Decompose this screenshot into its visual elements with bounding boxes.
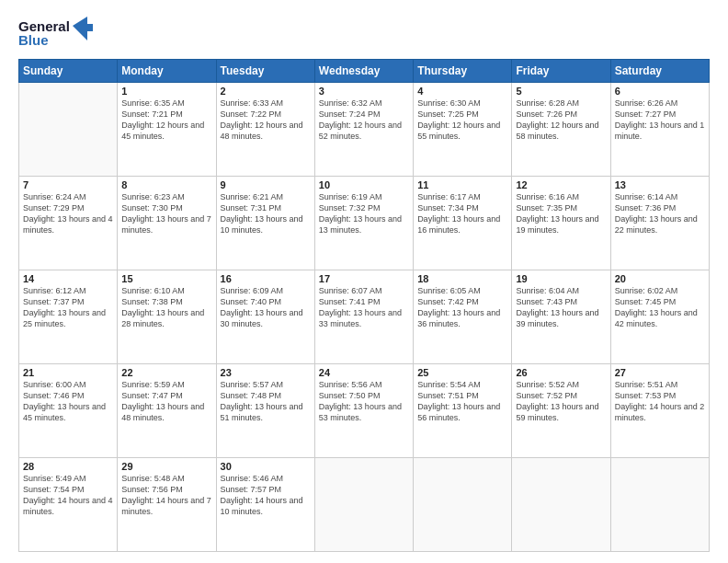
calendar-cell: 23Sunrise: 5:57 AMSunset: 7:48 PMDayligh… (216, 364, 314, 458)
day-info: Sunrise: 5:56 AMSunset: 7:50 PMDaylight:… (319, 379, 409, 424)
day-number: 14 (23, 273, 113, 284)
svg-marker-0 (73, 17, 93, 40)
calendar-header-wednesday: Wednesday (314, 60, 413, 83)
calendar-header-tuesday: Tuesday (216, 60, 314, 83)
day-number: 21 (23, 367, 113, 378)
day-info: Sunrise: 5:51 AMSunset: 7:53 PMDaylight:… (615, 379, 705, 424)
calendar-cell: 14Sunrise: 6:12 AMSunset: 7:37 PMDayligh… (19, 270, 118, 364)
calendar-header-friday: Friday (512, 60, 610, 83)
logo-arrow-icon (73, 17, 93, 50)
day-number: 23 (221, 367, 311, 378)
day-number: 25 (417, 367, 507, 378)
day-info: Sunrise: 5:48 AMSunset: 7:56 PMDaylight:… (121, 473, 211, 518)
day-number: 9 (221, 179, 311, 190)
day-number: 20 (615, 273, 705, 284)
calendar-cell: 13Sunrise: 6:14 AMSunset: 7:36 PMDayligh… (610, 177, 709, 270)
day-number: 29 (121, 461, 211, 472)
day-number: 24 (319, 367, 409, 378)
calendar-cell (19, 83, 118, 177)
calendar-cell (314, 458, 413, 552)
day-number: 28 (23, 461, 113, 472)
calendar-cell: 15Sunrise: 6:10 AMSunset: 7:38 PMDayligh… (118, 270, 216, 364)
calendar-cell (414, 458, 512, 552)
calendar-cell: 17Sunrise: 6:07 AMSunset: 7:41 PMDayligh… (314, 270, 413, 364)
calendar-cell: 25Sunrise: 5:54 AMSunset: 7:51 PMDayligh… (414, 364, 512, 458)
day-info: Sunrise: 5:49 AMSunset: 7:54 PMDaylight:… (23, 473, 113, 518)
calendar-cell: 12Sunrise: 6:16 AMSunset: 7:35 PMDayligh… (512, 177, 610, 270)
day-info: Sunrise: 6:21 AMSunset: 7:31 PMDaylight:… (221, 191, 311, 236)
day-number: 1 (121, 86, 211, 97)
calendar-cell: 11Sunrise: 6:17 AMSunset: 7:34 PMDayligh… (414, 177, 512, 270)
calendar-cell: 4Sunrise: 6:30 AMSunset: 7:25 PMDaylight… (414, 83, 512, 177)
day-number: 8 (121, 179, 211, 190)
calendar-cell: 24Sunrise: 5:56 AMSunset: 7:50 PMDayligh… (314, 364, 413, 458)
day-number: 6 (615, 86, 705, 97)
day-number: 13 (615, 179, 705, 190)
day-number: 22 (121, 367, 211, 378)
day-number: 4 (417, 86, 507, 97)
logo: General Blue (18, 17, 93, 50)
day-number: 19 (516, 273, 606, 284)
day-number: 27 (615, 367, 705, 378)
day-info: Sunrise: 5:52 AMSunset: 7:52 PMDaylight:… (516, 379, 606, 424)
day-info: Sunrise: 6:05 AMSunset: 7:42 PMDaylight:… (417, 285, 507, 330)
day-info: Sunrise: 6:17 AMSunset: 7:34 PMDaylight:… (417, 191, 507, 236)
calendar-cell: 8Sunrise: 6:23 AMSunset: 7:30 PMDaylight… (118, 177, 216, 270)
calendar-cell: 10Sunrise: 6:19 AMSunset: 7:32 PMDayligh… (314, 177, 413, 270)
day-number: 2 (221, 86, 311, 97)
day-info: Sunrise: 6:30 AMSunset: 7:25 PMDaylight:… (417, 98, 507, 143)
day-number: 10 (319, 179, 409, 190)
day-number: 3 (319, 86, 409, 97)
calendar-header-monday: Monday (118, 60, 216, 83)
calendar-cell: 1Sunrise: 6:35 AMSunset: 7:21 PMDaylight… (118, 83, 216, 177)
calendar-week-3: 21Sunrise: 6:00 AMSunset: 7:46 PMDayligh… (19, 364, 710, 458)
header: General Blue (18, 17, 710, 50)
calendar-week-4: 28Sunrise: 5:49 AMSunset: 7:54 PMDayligh… (19, 458, 710, 552)
day-number: 16 (221, 273, 311, 284)
day-info: Sunrise: 6:26 AMSunset: 7:27 PMDaylight:… (615, 98, 705, 143)
calendar-cell: 7Sunrise: 6:24 AMSunset: 7:29 PMDaylight… (19, 177, 118, 270)
calendar-cell: 19Sunrise: 6:04 AMSunset: 7:43 PMDayligh… (512, 270, 610, 364)
day-info: Sunrise: 6:35 AMSunset: 7:21 PMDaylight:… (121, 98, 211, 143)
day-info: Sunrise: 5:57 AMSunset: 7:48 PMDaylight:… (221, 379, 311, 424)
day-number: 7 (23, 179, 113, 190)
calendar-cell: 28Sunrise: 5:49 AMSunset: 7:54 PMDayligh… (19, 458, 118, 552)
calendar-cell: 20Sunrise: 6:02 AMSunset: 7:45 PMDayligh… (610, 270, 709, 364)
day-number: 5 (516, 86, 606, 97)
calendar-cell: 30Sunrise: 5:46 AMSunset: 7:57 PMDayligh… (216, 458, 314, 552)
day-number: 12 (516, 179, 606, 190)
calendar-cell: 21Sunrise: 6:00 AMSunset: 7:46 PMDayligh… (19, 364, 118, 458)
day-info: Sunrise: 6:00 AMSunset: 7:46 PMDaylight:… (23, 379, 113, 424)
day-info: Sunrise: 6:09 AMSunset: 7:40 PMDaylight:… (221, 285, 311, 330)
day-info: Sunrise: 6:10 AMSunset: 7:38 PMDaylight:… (121, 285, 211, 330)
calendar-cell: 26Sunrise: 5:52 AMSunset: 7:52 PMDayligh… (512, 364, 610, 458)
day-info: Sunrise: 5:59 AMSunset: 7:47 PMDaylight:… (121, 379, 211, 424)
day-info: Sunrise: 6:33 AMSunset: 7:22 PMDaylight:… (221, 98, 311, 143)
calendar-cell: 9Sunrise: 6:21 AMSunset: 7:31 PMDaylight… (216, 177, 314, 270)
calendar-week-1: 7Sunrise: 6:24 AMSunset: 7:29 PMDaylight… (19, 177, 710, 270)
logo-blue: Blue (18, 33, 70, 47)
calendar-header-thursday: Thursday (414, 60, 512, 83)
calendar-cell (610, 458, 709, 552)
calendar-cell: 29Sunrise: 5:48 AMSunset: 7:56 PMDayligh… (118, 458, 216, 552)
day-info: Sunrise: 5:46 AMSunset: 7:57 PMDaylight:… (221, 473, 311, 518)
calendar-week-0: 1Sunrise: 6:35 AMSunset: 7:21 PMDaylight… (19, 83, 710, 177)
calendar-cell: 22Sunrise: 5:59 AMSunset: 7:47 PMDayligh… (118, 364, 216, 458)
calendar-header-sunday: Sunday (19, 60, 118, 83)
day-info: Sunrise: 6:28 AMSunset: 7:26 PMDaylight:… (516, 98, 606, 143)
day-number: 17 (319, 273, 409, 284)
logo-general: General (18, 19, 70, 33)
day-number: 30 (221, 461, 311, 472)
calendar-week-2: 14Sunrise: 6:12 AMSunset: 7:37 PMDayligh… (19, 270, 710, 364)
day-info: Sunrise: 6:16 AMSunset: 7:35 PMDaylight:… (516, 191, 606, 236)
day-number: 18 (417, 273, 507, 284)
calendar-cell: 5Sunrise: 6:28 AMSunset: 7:26 PMDaylight… (512, 83, 610, 177)
day-number: 11 (417, 179, 507, 190)
calendar-cell: 2Sunrise: 6:33 AMSunset: 7:22 PMDaylight… (216, 83, 314, 177)
calendar-header-saturday: Saturday (610, 60, 709, 83)
calendar-cell: 3Sunrise: 6:32 AMSunset: 7:24 PMDaylight… (314, 83, 413, 177)
day-number: 26 (516, 367, 606, 378)
calendar-table: SundayMondayTuesdayWednesdayThursdayFrid… (18, 59, 710, 552)
calendar-cell: 6Sunrise: 6:26 AMSunset: 7:27 PMDaylight… (610, 83, 709, 177)
day-info: Sunrise: 5:54 AMSunset: 7:51 PMDaylight:… (417, 379, 507, 424)
